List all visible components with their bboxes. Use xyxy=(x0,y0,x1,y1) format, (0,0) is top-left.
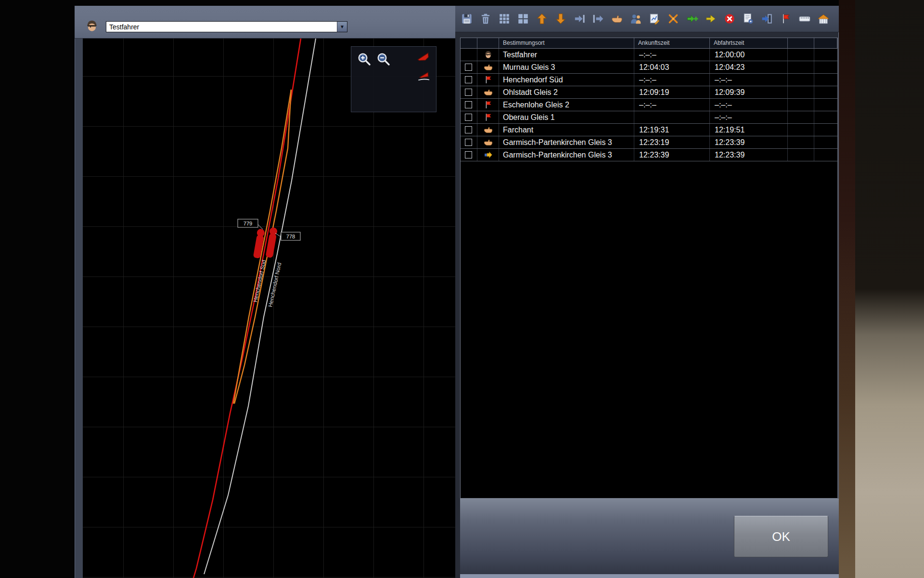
zoom-in-icon xyxy=(356,61,372,68)
column-header-blank[interactable] xyxy=(461,38,477,48)
staff-button[interactable] xyxy=(628,10,643,27)
graph-button[interactable] xyxy=(647,10,662,27)
zoom-in-button[interactable] xyxy=(356,51,372,66)
departure-cell: –:–:– xyxy=(710,99,788,111)
jump-icon xyxy=(761,13,773,25)
station-label: Henchendorf Nord xyxy=(267,262,282,307)
timetable-row[interactable]: Farchant12:19:3112:19:51 xyxy=(461,124,837,136)
timetable-row[interactable]: Murnau Gleis 312:04:0312:04:23 xyxy=(461,61,837,74)
view-mode-1-icon xyxy=(414,58,432,66)
destination-cell: Eschenlohe Gleis 2 xyxy=(499,99,634,111)
row-checkbox[interactable] xyxy=(465,76,472,83)
timetable-row[interactable]: Ohlstadt Gleis 212:09:1912:09:39 xyxy=(461,86,837,99)
destination-cell: Henchendorf Süd xyxy=(499,74,634,86)
timetable-row[interactable]: Garmisch-Partenkirchen Gleis 312:23:1912… xyxy=(461,136,837,149)
driver-icon xyxy=(483,50,493,60)
zoom-out-icon xyxy=(375,61,391,68)
station-track-left xyxy=(233,90,291,404)
driver-select[interactable]: Testfahrer ▼ xyxy=(106,21,347,32)
route-add-button[interactable] xyxy=(684,10,700,27)
move-up-button[interactable] xyxy=(534,10,550,27)
insert-right-icon xyxy=(573,13,586,25)
through-arrow-icon xyxy=(483,150,493,160)
arrival-cell xyxy=(634,111,710,123)
remove-icon xyxy=(723,13,736,25)
row-checkbox[interactable] xyxy=(465,114,472,121)
row-checkbox[interactable] xyxy=(465,151,472,158)
remove-button[interactable] xyxy=(722,10,737,27)
timetable-row[interactable]: Testfahrer–:–:–12:00:00 xyxy=(461,49,837,61)
route-through-icon xyxy=(705,13,717,25)
departure-cell: 12:09:39 xyxy=(710,86,788,98)
row-checkbox[interactable] xyxy=(465,126,472,133)
ok-button[interactable]: OK xyxy=(734,516,828,557)
platform-button[interactable] xyxy=(797,10,812,27)
grid-large-icon xyxy=(517,13,529,25)
departure-cell: 12:23:39 xyxy=(710,136,788,148)
timetable-row[interactable]: Oberau Gleis 1–:–:– xyxy=(461,111,837,124)
column-header-blank[interactable] xyxy=(814,38,837,48)
insert-left-button[interactable] xyxy=(590,10,606,27)
properties-button[interactable] xyxy=(741,10,756,27)
column-header-bestimmungsort[interactable]: Bestimmungsort xyxy=(499,38,634,48)
column-header-ankunftszeit[interactable]: Ankunftszeit xyxy=(634,38,710,48)
move-down-icon xyxy=(554,13,567,25)
row-checkbox[interactable] xyxy=(465,89,472,96)
destination-cell: Murnau Gleis 3 xyxy=(499,61,634,73)
graph-icon xyxy=(648,13,661,25)
view-mode-1-button[interactable] xyxy=(414,50,432,64)
arrival-cell: –:–:– xyxy=(634,49,710,61)
view-mode-2-button[interactable] xyxy=(415,68,432,83)
chevron-down-icon[interactable]: ▼ xyxy=(337,22,347,32)
dialog-footer-edge xyxy=(460,574,839,578)
grid-large-button[interactable] xyxy=(515,10,531,27)
jump-button[interactable] xyxy=(759,10,775,27)
column-header-abfahrtszeit[interactable]: Abfahrtszeit xyxy=(710,38,788,48)
column-header-blank[interactable] xyxy=(477,38,499,48)
track-map[interactable]: 779 778 Henchendorf Süd Henchendorf Nord xyxy=(83,39,455,578)
route-through-button[interactable] xyxy=(703,10,719,27)
flag-button[interactable] xyxy=(778,10,794,27)
stop-hand-icon xyxy=(483,137,493,147)
row-checkbox[interactable] xyxy=(465,64,472,71)
flag-icon xyxy=(483,100,493,110)
properties-icon xyxy=(742,13,755,25)
timetable-body: Testfahrer–:–:–12:00:00Murnau Gleis 312:… xyxy=(461,49,837,161)
destination-cell: Garmisch-Partenkirchen Gleis 3 xyxy=(499,136,634,148)
column-header-blank[interactable] xyxy=(788,38,814,48)
train-marker xyxy=(265,227,278,258)
zoom-out-button[interactable] xyxy=(375,51,391,66)
signal-label: 779 xyxy=(244,221,252,226)
row-checkbox[interactable] xyxy=(465,139,472,146)
save-button[interactable] xyxy=(459,10,475,27)
driver-select-value: Testfahrer xyxy=(106,23,337,31)
timetable-row[interactable]: Henchendorf Süd–:–:––:–:– xyxy=(461,74,837,86)
grid-small-button[interactable] xyxy=(497,10,512,27)
destination-cell: Oberau Gleis 1 xyxy=(499,111,634,123)
grid-small-icon xyxy=(498,13,511,25)
insert-left-icon xyxy=(592,13,604,25)
insert-right-button[interactable] xyxy=(572,10,587,27)
departure-cell: –:–:– xyxy=(710,74,788,86)
junction-button[interactable] xyxy=(666,10,681,27)
move-up-icon xyxy=(536,13,548,25)
junction-icon xyxy=(667,13,680,25)
stop-hand-icon xyxy=(483,87,493,97)
pick-hand-icon xyxy=(611,13,623,25)
background-scene-strip xyxy=(839,0,855,578)
destination-cell: Testfahrer xyxy=(499,49,634,61)
row-checkbox[interactable] xyxy=(465,101,472,108)
timetable-row[interactable]: Garmisch-Partenkirchen Gleis 312:23:3912… xyxy=(461,149,837,161)
timetable: BestimmungsortAnkunftszeitAbfahrtszeit T… xyxy=(460,38,838,499)
destination-cell: Farchant xyxy=(499,124,634,136)
depot-button[interactable] xyxy=(816,10,831,27)
screen: Testfahrer ▼ 779 778 xyxy=(0,0,924,578)
move-down-button[interactable] xyxy=(553,10,568,27)
timetable-row[interactable]: Eschenlohe Gleis 2–:–:––:–:– xyxy=(461,99,837,111)
save-icon xyxy=(461,13,473,25)
pick-hand-button[interactable] xyxy=(609,10,625,27)
signal-leader-line xyxy=(258,224,263,229)
track-line-red xyxy=(193,39,301,578)
delete-button[interactable] xyxy=(478,10,493,27)
track-map-overlay: 779 778 Henchendorf Süd Henchendorf Nord xyxy=(83,39,455,578)
